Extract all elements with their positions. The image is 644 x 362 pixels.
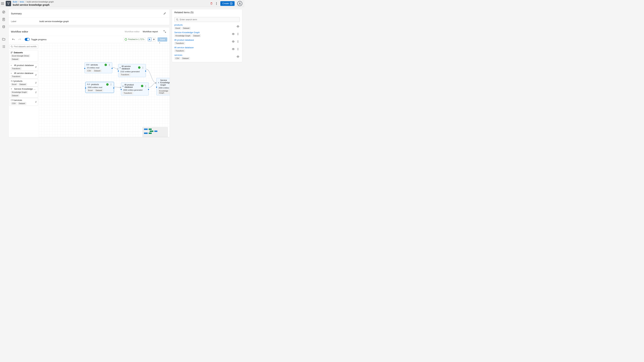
- sidebar-item-header: XLS products: [11, 80, 36, 82]
- sidebar-item[interactable]: XLS products ExcelDataset ⇵: [9, 79, 38, 87]
- create-button[interactable]: Create: [220, 1, 234, 6]
- undo-button[interactable]: [11, 37, 16, 42]
- canvas-node[interactable]: CSV services ✓ ⋮ 18 entities read CSVDat…: [84, 62, 112, 73]
- kebab-icon: [238, 48, 238, 50]
- dataset-search[interactable]: [9, 44, 38, 49]
- related-link[interactable]: lift product database: [174, 39, 240, 41]
- more-button[interactable]: [214, 1, 219, 6]
- sidebar-item[interactable]: ⎋ lift product database Transform ⇵: [9, 63, 38, 71]
- svg-point-3: [216, 2, 216, 3]
- menu-toggle-button[interactable]: [0, 1, 5, 6]
- port-out[interactable]: [113, 87, 114, 88]
- related-link[interactable]: lift service database: [174, 46, 240, 49]
- expand-button[interactable]: [162, 29, 167, 34]
- related-link[interactable]: services: [174, 54, 240, 56]
- delete-button[interactable]: [209, 1, 214, 6]
- summary-panel: Summary Label build service knowledge gr…: [8, 9, 170, 25]
- reorder-handle[interactable]: ⇵: [35, 101, 37, 103]
- sidebar-item-label: products: [14, 80, 36, 82]
- view-button[interactable]: [236, 25, 240, 28]
- port-out[interactable]: [148, 89, 149, 90]
- related-list: products ExcelDataset Service Knowledge …: [172, 24, 242, 62]
- related-search[interactable]: [174, 17, 240, 22]
- play-button[interactable]: [148, 38, 151, 41]
- port-out[interactable]: [145, 71, 146, 72]
- edit-summary-button[interactable]: [162, 11, 167, 16]
- redo-button[interactable]: [17, 37, 22, 42]
- svg-rect-14: [12, 52, 12, 52]
- topbar: Build / tests / build service knowledge …: [0, 0, 244, 7]
- node-type-tag: CSV: [86, 64, 90, 66]
- compass-icon: [2, 10, 5, 13]
- view-button[interactable]: [232, 47, 235, 51]
- sidebar-group-datasets: Datasets Excel (Google Drive) Dataset: [9, 50, 38, 62]
- related-more-button[interactable]: [236, 32, 240, 36]
- node-more-button[interactable]: ⋮: [110, 83, 112, 86]
- dataset-sidebar: Datasets Excel (Google Drive) Dataset ⎋ …: [8, 43, 39, 137]
- port-out[interactable]: [112, 68, 112, 69]
- sidebar-group-label: Datasets: [14, 51, 23, 54]
- toggle-progress-switch[interactable]: [25, 38, 30, 41]
- status-success-icon: ✓: [141, 85, 143, 87]
- tab-workflow-editor[interactable]: Workflow editor: [125, 30, 140, 33]
- reorder-handle[interactable]: ⇵: [35, 66, 37, 68]
- node-header: ⎋ lift product database ✓ ⋮: [122, 84, 147, 88]
- view-button[interactable]: [232, 40, 235, 43]
- view-button[interactable]: [236, 55, 240, 58]
- sidebar-item[interactable]: ⎋ lift service database Transform ⇵: [9, 71, 38, 79]
- chip: Transform: [174, 42, 185, 45]
- nav-list[interactable]: [1, 44, 6, 49]
- canvas-node[interactable]: ✕ Service Knowledge Graph ✓ ⋮ 2000 entit…: [156, 78, 170, 95]
- canvas-node[interactable]: ⎋ lift service database ✓ ⋮ 2102 entitie…: [118, 64, 146, 77]
- sidebar-item[interactable]: ✕ Service Knowledge Gra... Knowledge Gra…: [9, 87, 38, 98]
- nav-db[interactable]: [1, 24, 6, 29]
- node-header: CSV services ✓ ⋮: [86, 63, 111, 66]
- breadcrumb-path: Build / tests / build service knowledge …: [13, 1, 54, 3]
- node-more-button[interactable]: ⋮: [144, 85, 147, 87]
- breadcrumb-root[interactable]: Build: [13, 1, 17, 3]
- related-chips: Transform: [174, 42, 240, 45]
- svg-point-27: [238, 48, 238, 49]
- canvas-node[interactable]: ⎋ lift product database ✓ ⋮ 2000 entitie…: [121, 82, 149, 96]
- sidebar-item[interactable]: CSV services CSVDataset ⇵: [9, 98, 38, 106]
- port-in[interactable]: [84, 68, 85, 69]
- chip: CSV: [174, 57, 180, 60]
- node-meta: 2000 entities written: [158, 87, 170, 89]
- port-in[interactable]: [85, 87, 86, 88]
- minimap[interactable]: [142, 127, 168, 137]
- nav-doc[interactable]: [1, 17, 6, 22]
- related-link[interactable]: Service Knowledge Graph: [174, 31, 240, 34]
- breadcrumb-project[interactable]: tests: [20, 1, 24, 3]
- related-more-button[interactable]: [236, 47, 240, 51]
- app-icon: [6, 1, 11, 6]
- port-in[interactable]: [121, 89, 122, 90]
- related-link[interactable]: products: [174, 24, 240, 26]
- node-more-button[interactable]: ⋮: [142, 66, 144, 69]
- stop-button[interactable]: [152, 37, 156, 41]
- nav-folder[interactable]: [1, 37, 6, 41]
- reorder-handle[interactable]: ⇵: [35, 91, 37, 94]
- related-more-button[interactable]: [236, 40, 240, 43]
- reorder-handle[interactable]: ⇵: [35, 81, 37, 84]
- related-search-input[interactable]: [180, 18, 238, 21]
- node-meta: 2102 entities generated: [120, 71, 144, 73]
- view-button[interactable]: [232, 32, 235, 36]
- port-in[interactable]: [118, 71, 119, 72]
- workflow-canvas[interactable]: CSV services ✓ ⋮ 18 entities read CSVDat…: [39, 43, 170, 137]
- save-button[interactable]: Save: [158, 37, 167, 41]
- dataset-search-input[interactable]: [14, 45, 36, 48]
- kebab-icon: [238, 40, 238, 43]
- svg-point-24: [238, 41, 238, 42]
- run-status: Finished in 1.727s: [123, 37, 146, 41]
- kebab-icon: [238, 33, 238, 35]
- canvas-node[interactable]: XLS products ✓ ⋮ 2000 entities read Exce…: [86, 82, 114, 93]
- node-more-button[interactable]: ⋮: [108, 63, 111, 66]
- reorder-handle[interactable]: ⇵: [35, 74, 37, 76]
- node-type-tag: XLS: [87, 83, 90, 85]
- nav-compass[interactable]: [1, 10, 6, 14]
- port-in[interactable]: [156, 87, 157, 88]
- related-panel: Related items (5) products ExcelDataset …: [172, 9, 242, 62]
- account-button[interactable]: [237, 1, 242, 6]
- related-item: lift product database Transform: [174, 39, 240, 45]
- tab-workflow-report[interactable]: Workflow report: [143, 30, 158, 33]
